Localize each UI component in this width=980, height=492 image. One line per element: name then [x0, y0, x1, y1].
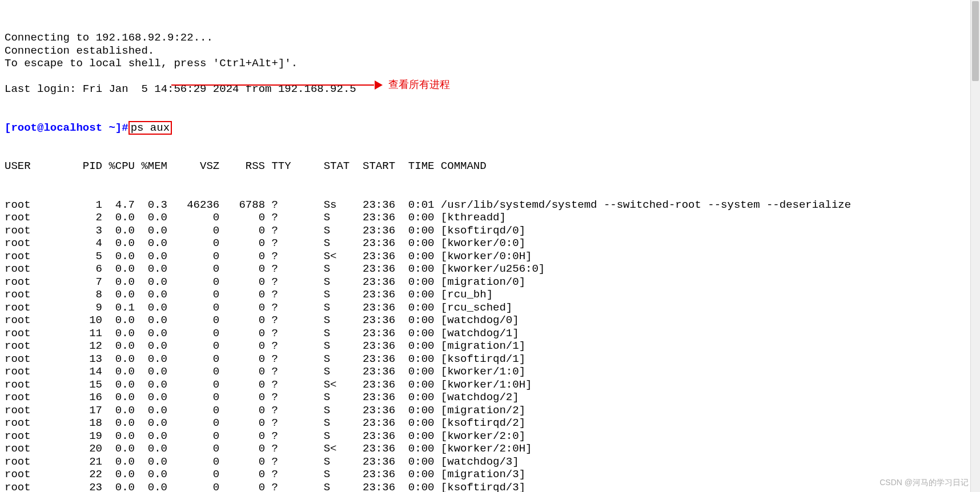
cell-start: 23:36 — [356, 250, 395, 263]
cell-pid: 1 — [57, 199, 102, 212]
cell-stat: S — [324, 468, 356, 481]
hdr-tty: TTY — [265, 160, 324, 173]
cell-vsz: 0 — [167, 417, 219, 430]
terminal-output[interactable]: Connecting to 192.168.92.9:22...Connecti… — [0, 0, 971, 492]
cell-vsz: 0 — [167, 353, 219, 366]
cell-user: root — [5, 263, 57, 276]
cell-user: root — [5, 430, 57, 443]
cell-pid: 23 — [57, 481, 102, 493]
cell-cpu: 0.0 — [102, 391, 135, 404]
cell-vsz: 46236 — [167, 199, 219, 212]
cell-cmd: [ksoftirqd/1] — [434, 353, 525, 365]
cell-start: 23:36 — [356, 455, 395, 469]
cell-cpu: 0.0 — [102, 314, 135, 327]
cell-cmd: [kworker/0:0] — [434, 237, 525, 249]
process-row: root140.00.000?S23:360:00[kworker/1:0] — [5, 365, 971, 378]
cell-user: root — [5, 199, 57, 212]
cell-start: 23:36 — [356, 301, 395, 314]
ps-header-row: USERPID%CPU%MEMVSZRSSTTYSTATSTARTTIMECOM… — [5, 160, 971, 173]
cell-rss: 0 — [219, 353, 265, 366]
cell-start: 23:36 — [356, 417, 395, 430]
cell-pid: 10 — [57, 314, 102, 327]
cell-rss: 0 — [219, 301, 265, 314]
process-row: root150.00.000?S<23:360:00[kworker/1:0H] — [5, 378, 971, 392]
process-row: root230.00.000?S23:360:00[ksoftirqd/3] — [5, 481, 971, 493]
process-row: root180.00.000?S23:360:00[ksoftirqd/2] — [5, 417, 971, 430]
cell-time: 0:00 — [395, 404, 434, 417]
cell-cmd: [rcu_bh] — [434, 288, 493, 301]
cell-cpu: 0.0 — [102, 365, 135, 378]
cell-cmd: [migration/1] — [434, 340, 525, 352]
cell-stat: S — [324, 340, 356, 353]
cell-cpu: 0.0 — [102, 353, 135, 366]
cell-mem: 0.0 — [135, 327, 167, 340]
cell-time: 0:00 — [395, 276, 434, 289]
process-row: root130.00.000?S23:360:00[ksoftirqd/1] — [5, 353, 971, 366]
cell-rss: 0 — [219, 327, 265, 340]
cell-mem: 0.0 — [135, 353, 167, 366]
cell-start: 23:36 — [356, 404, 395, 417]
cell-cpu: 0.0 — [102, 340, 135, 353]
cell-stat: S — [324, 288, 356, 301]
cell-stat: S< — [324, 378, 356, 392]
cell-cmd: [rcu_sched] — [434, 301, 512, 314]
cell-rss: 0 — [219, 468, 265, 481]
cell-pid: 4 — [57, 237, 102, 250]
intro-line: Connecting to 192.168.92.9:22... — [5, 31, 971, 45]
cell-start: 23:36 — [356, 199, 395, 212]
cell-pid: 15 — [57, 378, 102, 392]
cell-user: root — [5, 378, 57, 392]
cell-time: 0:00 — [395, 455, 434, 469]
cell-cmd: [kworker/2:0H] — [434, 442, 532, 455]
cell-stat: S — [324, 481, 356, 493]
cell-pid: 6 — [57, 263, 102, 276]
cell-mem: 0.0 — [135, 263, 167, 276]
process-row: root80.00.000?S23:360:00[rcu_bh] — [5, 288, 971, 301]
cell-cpu: 0.0 — [102, 263, 135, 276]
cell-tty: ? — [265, 481, 324, 493]
cell-user: root — [5, 442, 57, 455]
cell-user: root — [5, 340, 57, 353]
process-row: root200.00.000?S<23:360:00[kworker/2:0H] — [5, 442, 971, 455]
cell-vsz: 0 — [167, 391, 219, 404]
cell-vsz: 0 — [167, 237, 219, 250]
cell-user: root — [5, 327, 57, 340]
cell-time: 0:00 — [395, 314, 434, 327]
process-row: root70.00.000?S23:360:00[migration/0] — [5, 276, 971, 289]
cell-rss: 0 — [219, 430, 265, 443]
cell-cmd: [kworker/2:0] — [434, 430, 525, 442]
cell-start: 23:36 — [356, 211, 395, 224]
cell-cpu: 0.1 — [102, 301, 135, 314]
cell-rss: 0 — [219, 276, 265, 289]
cell-mem: 0.0 — [135, 417, 167, 430]
intro-line: Last login: Fri Jan 5 14:56:29 2024 from… — [5, 83, 971, 96]
process-row: root170.00.000?S23:360:00[migration/2] — [5, 404, 971, 417]
connection-info: Connecting to 192.168.92.9:22...Connecti… — [5, 31, 971, 96]
cell-cmd: [ksoftirqd/2] — [434, 417, 525, 429]
cell-pid: 21 — [57, 455, 102, 469]
cell-mem: 0.0 — [135, 468, 167, 481]
cell-user: root — [5, 353, 57, 366]
cell-time: 0:00 — [395, 378, 434, 392]
cell-time: 0:00 — [395, 288, 434, 301]
scrollbar[interactable] — [970, 0, 980, 492]
cell-cpu: 0.0 — [102, 455, 135, 469]
cell-vsz: 0 — [167, 430, 219, 443]
cell-stat: S — [324, 455, 356, 469]
cell-rss: 0 — [219, 288, 265, 301]
intro-line: To escape to local shell, press 'Ctrl+Al… — [5, 57, 971, 70]
cell-start: 23:36 — [356, 340, 395, 353]
hdr-cpu: %CPU — [102, 160, 135, 173]
cell-cpu: 0.0 — [102, 481, 135, 493]
scrollbar-thumb[interactable] — [972, 1, 979, 81]
cell-cmd: [kworker/1:0H] — [434, 378, 532, 391]
cell-pid: 20 — [57, 442, 102, 455]
cell-mem: 0.0 — [135, 404, 167, 417]
cell-pid: 3 — [57, 224, 102, 237]
cell-tty: ? — [265, 468, 324, 481]
cell-tty: ? — [265, 417, 324, 430]
cell-time: 0:00 — [395, 263, 434, 276]
cell-user: root — [5, 404, 57, 417]
hdr-stat: STAT — [324, 160, 356, 173]
cell-vsz: 0 — [167, 442, 219, 455]
